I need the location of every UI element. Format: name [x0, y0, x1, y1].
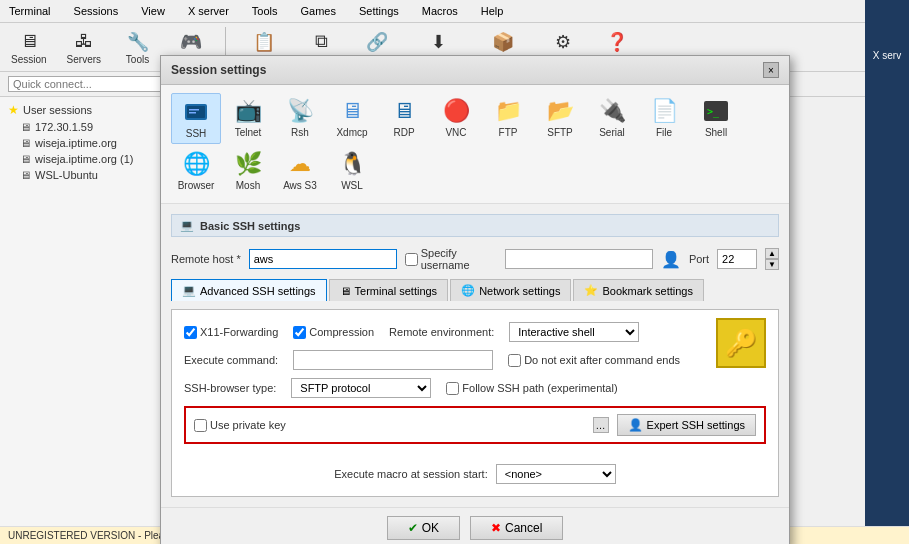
session-type-rsh[interactable]: 📡 Rsh: [275, 93, 325, 144]
toolbar-servers-label: Servers: [67, 54, 101, 65]
menu-sessions[interactable]: Sessions: [70, 3, 123, 19]
sidebar-user-sessions[interactable]: ★ User sessions: [0, 101, 164, 119]
session-type-rdp-label: RDP: [393, 127, 414, 138]
x-server-label: X serv: [873, 50, 901, 61]
session-type-browser[interactable]: 🌐 Browser: [171, 146, 221, 195]
svg-rect-2: [189, 109, 199, 111]
use-private-key-text: Use private key: [210, 419, 286, 431]
ssh-browser-select[interactable]: SFTP protocol SCP protocol None: [291, 378, 431, 398]
sidebar-item-1[interactable]: 🖥 wiseja.iptime.org: [0, 135, 164, 151]
session-type-vnc-label: VNC: [445, 127, 466, 138]
menu-view[interactable]: View: [137, 3, 169, 19]
cancel-button[interactable]: ✖ Cancel: [470, 516, 563, 540]
macro-label: Execute macro at session start:: [334, 468, 487, 480]
do-not-exit-checkbox[interactable]: [508, 354, 521, 367]
toolbar-session[interactable]: 🖥 Session: [5, 28, 53, 67]
dialog-title: Session settings: [171, 63, 266, 77]
toolbar-servers[interactable]: 🖧 Servers: [61, 28, 107, 67]
follow-ssh-checkbox[interactable]: [446, 382, 459, 395]
use-private-key-checkbox[interactable]: [194, 419, 207, 432]
remote-host-input[interactable]: [249, 249, 397, 269]
session-type-telnet[interactable]: 📺 Telnet: [223, 93, 273, 144]
sidebar-item-3[interactable]: 🖥 WSL-Ubuntu: [0, 167, 164, 183]
menu-settings[interactable]: Settings: [355, 3, 403, 19]
menu-games[interactable]: Games: [297, 3, 340, 19]
remote-host-row: Remote host * Specify username 👤 Port ▲ …: [171, 247, 779, 271]
user-browse-icon[interactable]: 👤: [661, 250, 681, 269]
sidebar-item-0[interactable]: 🖥 172.30.1.59: [0, 119, 164, 135]
port-up-arrow[interactable]: ▲: [765, 248, 779, 259]
session-type-ssh-label: SSH: [186, 128, 207, 139]
dialog-close-button[interactable]: ×: [763, 62, 779, 78]
username-input[interactable]: [505, 249, 653, 269]
ok-icon: ✔: [408, 521, 418, 535]
menu-tools[interactable]: Tools: [248, 3, 282, 19]
menu-macros[interactable]: Macros: [418, 3, 462, 19]
sidebar-item-2[interactable]: 🖥 wiseja.iptime.org (1): [0, 151, 164, 167]
remote-env-label: Remote environment:: [389, 326, 494, 338]
ok-button[interactable]: ✔ OK: [387, 516, 460, 540]
rsh-icon: 📡: [286, 97, 314, 125]
session-type-wsl[interactable]: 🐧 WSL: [327, 146, 377, 195]
session-type-awss3[interactable]: ☁ Aws S3: [275, 146, 325, 195]
port-input[interactable]: [717, 249, 757, 269]
session-type-ssh[interactable]: SSH: [171, 93, 221, 144]
expert-btn-icon: 👤: [628, 418, 643, 432]
x11-checkbox-label[interactable]: X11-Forwarding: [184, 326, 278, 339]
macro-select[interactable]: <none>: [496, 464, 616, 484]
tab-bookmark[interactable]: ⭐ Bookmark settings: [573, 279, 703, 301]
file-icon: 📄: [650, 97, 678, 125]
session-type-xdmcp[interactable]: 🖥 Xdmcp: [327, 93, 377, 144]
session-type-shell[interactable]: >_ Shell: [691, 93, 741, 144]
menu-help[interactable]: Help: [477, 3, 508, 19]
tab-terminal[interactable]: 🖥 Terminal settings: [329, 279, 449, 301]
session-type-shell-label: Shell: [705, 127, 727, 138]
do-not-exit-label[interactable]: Do not exit after command ends: [508, 354, 680, 367]
port-spinner[interactable]: ▲ ▼: [765, 248, 779, 270]
specify-username-checkbox-label[interactable]: Specify username: [405, 247, 497, 271]
sidebar-item-label-1: wiseja.iptime.org: [35, 137, 117, 149]
session-type-ftp[interactable]: 📁 FTP: [483, 93, 533, 144]
tab-network[interactable]: 🌐 Network settings: [450, 279, 571, 301]
sidebar: ★ User sessions 🖥 172.30.1.59 🖥 wiseja.i…: [0, 97, 165, 544]
session-type-serial[interactable]: 🔌 Serial: [587, 93, 637, 144]
split-icon: ⧉: [309, 30, 333, 54]
compression-checkbox[interactable]: [293, 326, 306, 339]
execute-command-input[interactable]: [293, 350, 493, 370]
sessions2-icon: 📋: [252, 30, 276, 54]
toolbar-tools[interactable]: 🔧 Tools: [115, 28, 160, 67]
cancel-label: Cancel: [505, 521, 542, 535]
remote-env-select[interactable]: Interactive shell Bash None: [509, 322, 639, 342]
session-type-awss3-label: Aws S3: [283, 180, 317, 191]
specify-username-checkbox[interactable]: [405, 253, 418, 266]
session-type-file[interactable]: 📄 File: [639, 93, 689, 144]
svg-text:>_: >_: [707, 106, 720, 118]
x11-forwarding-checkbox[interactable]: [184, 326, 197, 339]
ftp-icon: 📁: [494, 97, 522, 125]
session-type-sftp[interactable]: 📂 SFTP: [535, 93, 585, 144]
private-key-browse-btn[interactable]: …: [593, 417, 609, 433]
port-down-arrow[interactable]: ▼: [765, 259, 779, 270]
session-type-mosh[interactable]: 🌿 Mosh: [223, 146, 273, 195]
use-private-key-label[interactable]: Use private key: [194, 419, 286, 432]
session-type-vnc[interactable]: 🔴 VNC: [431, 93, 481, 144]
monitor-icon-1: 🖥: [20, 137, 31, 149]
remote-host-label: Remote host *: [171, 253, 241, 265]
execute-command-label: Execute command:: [184, 354, 278, 366]
quick-connect-input[interactable]: [8, 76, 163, 92]
private-key-expert-row: Use private key … 👤 Expert SSH settings: [184, 406, 766, 454]
basic-ssh-icon: 💻: [180, 219, 194, 232]
menu-terminal[interactable]: Terminal: [5, 3, 55, 19]
sftp-icon: 📂: [546, 97, 574, 125]
session-type-telnet-label: Telnet: [235, 127, 262, 138]
tab-advanced-ssh[interactable]: 💻 Advanced SSH settings: [171, 279, 327, 301]
toolbar-session-label: Session: [11, 54, 47, 65]
tab-bookmark-label: Bookmark settings: [602, 285, 692, 297]
private-key-section: Use private key … 👤 Expert SSH settings: [184, 406, 766, 444]
session-type-rdp[interactable]: 🖥 RDP: [379, 93, 429, 144]
browser-icon: 🌐: [182, 150, 210, 178]
compression-checkbox-label[interactable]: Compression: [293, 326, 374, 339]
menu-xserver[interactable]: X server: [184, 3, 233, 19]
expert-ssh-settings-button[interactable]: 👤 Expert SSH settings: [617, 414, 756, 436]
follow-ssh-label[interactable]: Follow SSH path (experimental): [446, 382, 617, 395]
